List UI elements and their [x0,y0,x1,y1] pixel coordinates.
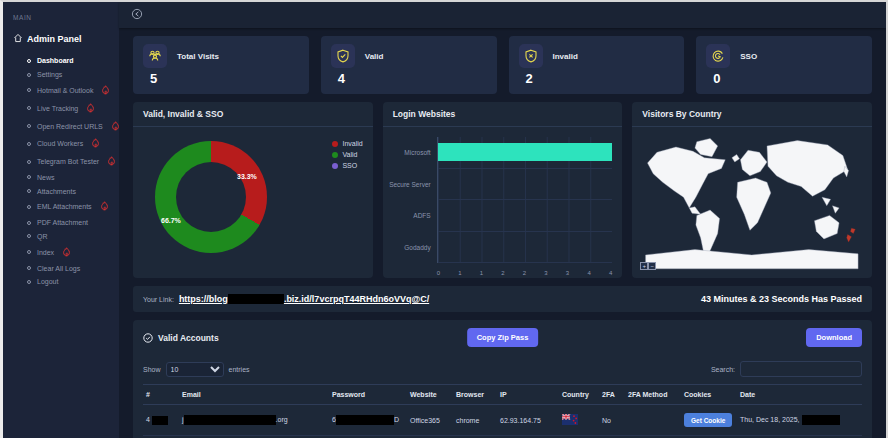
x-tick-label: 0 [437,270,440,276]
search-label: Search: [711,366,735,373]
page-size-select[interactable]: 10 [166,362,224,377]
search-input[interactable] [740,361,862,377]
users-icon [143,44,167,68]
sidebar-item[interactable]: Telegram Bot Tester [3,153,119,171]
bullet-icon [27,88,31,92]
cell-2fa: No [599,405,625,436]
sidebar-item[interactable]: Index [3,243,119,261]
sidebar-item-label: News [37,174,55,181]
map-panel: Visitors By Country [632,102,872,278]
sidebar-item-label: Logout [37,278,58,285]
charts-row: Valid, Invalid & SSO 33.3% 66.7% Invalid [133,102,872,278]
sidebar-item-label: Attachments [37,188,76,195]
fire-icon [100,201,109,212]
tracking-link[interactable]: https://blog .biz.id/l7vcrpqT44RHdn6oVVq… [179,294,429,304]
sidebar-item-label: PDF Attachment [37,219,88,226]
legend-item[interactable]: Valid [332,151,362,158]
bullet-icon [27,160,31,164]
sidebar-item[interactable]: Open Redirect URLS [3,117,119,135]
bullet-icon [27,142,31,146]
stat-label: SSO [740,52,757,61]
col-header-ip[interactable]: IP [497,385,559,405]
bullet-icon [27,189,31,193]
app-window: MAIN Admin Panel Dashboard Settings [0,0,888,438]
fire-icon [91,138,100,149]
sidebar-item[interactable]: QR [3,230,119,244]
col-header-cookies[interactable]: Cookies [681,385,737,405]
col-header-email[interactable]: Email [179,385,329,405]
donut-panel-title: Valid, Invalid & SSO [133,102,373,127]
col-header-2fa[interactable]: 2FA [599,385,625,405]
sidebar-item-label: Telegram Bot Tester [37,158,99,165]
shield-x-icon [519,44,543,68]
map-panel-title: Visitors By Country [632,102,872,127]
sidebar-item[interactable]: Hotmail & Outlook [3,82,119,100]
cell-password: 6D [329,405,407,436]
dashboard-content: Total Visits 5 Valid 4 [119,28,886,438]
map-zoom-in-button[interactable]: + [640,262,648,270]
sidebar-item[interactable]: Settings [3,68,119,82]
sidebar-item[interactable]: Dashboard [3,54,119,68]
bar-category-label: Secure Server [385,169,437,201]
sidebar-item-label: Hotmail & Outlook [37,87,93,94]
stat-value: 4 [338,71,487,86]
bullet-icon [27,124,31,128]
get-cookie-button[interactable]: Get Cookie [684,413,732,427]
sidebar-item[interactable]: EML Attachments [3,198,119,216]
sidebar-item-label: Index [37,249,54,256]
col-header-country[interactable]: Country [559,385,599,405]
col-header-website[interactable]: Website [407,385,453,405]
legend-item[interactable]: Invalid [332,140,362,147]
stat-card-invalid: Invalid 2 [509,36,685,94]
sidebar-item-label: EML Attachments [37,203,92,210]
stat-label: Total Visits [177,52,219,61]
sidebar-item[interactable]: Attachments [3,184,119,198]
sidebar-item[interactable]: News [3,170,119,184]
cell-website: Office365 [407,405,453,436]
bullet-icon [27,59,31,63]
legend-label: Invalid [342,140,362,147]
download-button[interactable]: Download [806,328,862,347]
cell-browser: chrome [453,405,497,436]
sidebar-item-label: Clear All Logs [37,265,80,272]
x-tick-label: 1 [458,270,461,276]
bar-fill[interactable] [438,143,613,161]
cell-country [559,405,599,436]
brand-label: Admin Panel [27,34,82,44]
col-header-browser[interactable]: Browser [453,385,497,405]
bar-x-axis: 011223344 [437,263,613,276]
redaction-box [184,415,276,425]
stat-card-valid: Valid 4 [321,36,497,94]
link-url-suffix: .biz.id/l7vcrpqT44RHdn6oVVq@C/ [284,294,429,304]
bar-category-label: Godaddy [385,232,437,264]
stat-value: 5 [150,71,299,86]
new-zealand-flag-icon [562,414,578,426]
x-tick-label: 3 [566,270,569,276]
map-zoom-out-button[interactable]: − [648,262,656,270]
sidebar-brand[interactable]: Admin Panel [3,25,119,54]
col-header-num[interactable]: # [143,385,179,405]
col-header-password[interactable]: Password [329,385,407,405]
main-area: Total Visits 5 Valid 4 [119,2,886,438]
cell-ip: 62.93.164.75 [497,405,559,436]
donut-chart [155,141,267,253]
col-header-2fa-method[interactable]: 2FA Method [625,385,681,405]
fire-icon [86,103,95,114]
legend-item[interactable]: SSO [332,162,362,169]
fire-icon [111,121,119,132]
sidebar-item[interactable]: Clear All Logs [3,261,119,275]
sidebar-collapse-icon[interactable] [131,6,143,24]
bullet-icon [27,106,31,110]
your-link-label: Your Link: [143,296,174,303]
world-map[interactable] [638,131,866,272]
sidebar-item[interactable]: Live Tracking [3,99,119,117]
copy-zip-pass-button[interactable]: Copy Zip Pass [467,328,539,347]
stat-card-sso: SSO 0 [696,36,872,94]
col-header-date[interactable]: Date [737,385,862,405]
sidebar: MAIN Admin Panel Dashboard Settings [3,2,119,438]
sidebar-item[interactable]: Logout [3,275,119,289]
table-controls: Show 10 entries Search: [133,355,872,384]
x-tick-label: 1 [480,270,483,276]
sidebar-item[interactable]: Cloud Workers [3,135,119,153]
sidebar-item[interactable]: PDF Attachment [3,216,119,230]
